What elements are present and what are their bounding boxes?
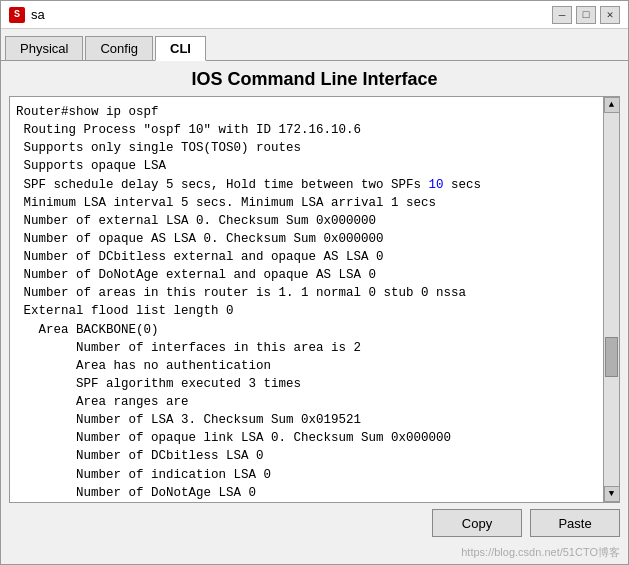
scrollbar[interactable]: ▲ ▼ <box>603 97 619 502</box>
terminal-text: Router#show ip ospf Routing Process "osp… <box>16 103 599 502</box>
terminal-container: Router#show ip ospf Routing Process "osp… <box>9 96 620 503</box>
scrollbar-track[interactable] <box>604 113 619 486</box>
tab-config[interactable]: Config <box>85 36 153 60</box>
tab-cli[interactable]: CLI <box>155 36 206 61</box>
paste-button[interactable]: Paste <box>530 509 620 537</box>
main-window: S sa — □ ✕ Physical Config CLI IOS Comma… <box>0 0 629 565</box>
window-title: sa <box>31 7 45 22</box>
app-icon: S <box>9 7 25 23</box>
bottom-bar: Copy Paste <box>1 503 628 543</box>
scroll-up-button[interactable]: ▲ <box>604 97 620 113</box>
scroll-down-button[interactable]: ▼ <box>604 486 620 502</box>
scrollbar-thumb[interactable] <box>605 337 618 377</box>
page-title: IOS Command Line Interface <box>1 61 628 96</box>
terminal-content[interactable]: Router#show ip ospf Routing Process "osp… <box>10 97 603 502</box>
copy-button[interactable]: Copy <box>432 509 522 537</box>
minimize-button[interactable]: — <box>552 6 572 24</box>
title-bar-left: S sa <box>9 7 45 23</box>
tab-physical[interactable]: Physical <box>5 36 83 60</box>
watermark: https://blog.csdn.net/51CTO博客 <box>1 543 628 564</box>
title-bar: S sa — □ ✕ <box>1 1 628 29</box>
tab-bar: Physical Config CLI <box>1 29 628 61</box>
close-button[interactable]: ✕ <box>600 6 620 24</box>
window-controls: — □ ✕ <box>552 6 620 24</box>
maximize-button[interactable]: □ <box>576 6 596 24</box>
